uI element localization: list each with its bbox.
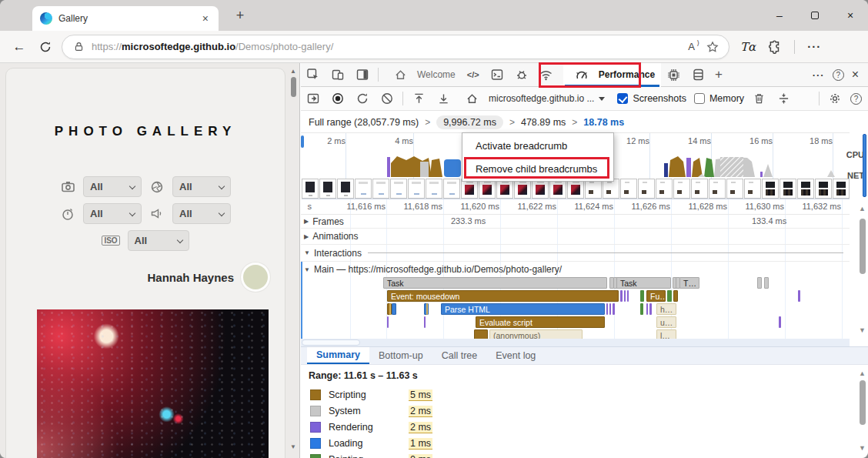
flame-bar[interactable]: Event: mousedown bbox=[387, 290, 619, 302]
flame-bar[interactable]: (anonymous) bbox=[489, 329, 583, 339]
camera-filter-select[interactable]: All bbox=[83, 176, 142, 197]
browser-tab-gallery[interactable]: Gallery × bbox=[32, 6, 219, 31]
tab-close-icon[interactable]: × bbox=[200, 12, 211, 25]
settings-gear-icon[interactable] bbox=[828, 92, 842, 105]
scroll-thumb[interactable] bbox=[291, 77, 296, 97]
screenshot-thumbnail[interactable] bbox=[815, 179, 832, 199]
perf-help-icon[interactable]: ? bbox=[850, 93, 862, 105]
translate-icon[interactable]: Tα bbox=[740, 40, 756, 54]
screenshot-thumbnail[interactable] bbox=[726, 179, 743, 199]
trash-icon[interactable] bbox=[752, 92, 766, 105]
breadcrumb-root[interactable]: Full range (28,057.79 ms) bbox=[309, 117, 419, 128]
flame-bar[interactable] bbox=[646, 303, 648, 315]
scroll-down-icon[interactable]: ▼ bbox=[856, 326, 868, 334]
sources-code-icon[interactable]: </> bbox=[467, 68, 479, 82]
scroll-thumb[interactable] bbox=[860, 380, 866, 425]
tab-welcome[interactable]: Welcome bbox=[382, 63, 462, 87]
screenshot-thumbnail[interactable] bbox=[337, 179, 354, 199]
flame-bar[interactable] bbox=[673, 290, 678, 302]
screenshot-thumbnail[interactable] bbox=[620, 179, 637, 199]
load-profile-icon[interactable] bbox=[412, 92, 426, 105]
selection-handle-right[interactable] bbox=[863, 134, 866, 197]
flame-bar[interactable]: l…_ bbox=[656, 329, 676, 339]
menu-item-activate-breadcrumb[interactable]: Activate breadcrumb bbox=[462, 135, 613, 156]
flame-bar[interactable] bbox=[798, 290, 800, 302]
flame-vertical-scrollbar[interactable]: ▲ ▼ bbox=[856, 199, 868, 339]
scroll-down-icon[interactable]: ▼ bbox=[289, 443, 298, 450]
shutter-filter-select[interactable]: All bbox=[83, 203, 142, 224]
flame-bar[interactable] bbox=[613, 303, 615, 315]
iso-filter-select[interactable]: All bbox=[128, 230, 189, 251]
screenshot-thumbnail[interactable] bbox=[780, 179, 796, 199]
flame-bar[interactable]: u… bbox=[656, 316, 676, 328]
tab-performance[interactable]: Performance bbox=[563, 63, 661, 87]
devtools-help-icon[interactable]: ? bbox=[833, 69, 844, 81]
devtools-more-icon[interactable]: ··· bbox=[808, 69, 830, 81]
screenshot-thumbnail[interactable] bbox=[673, 179, 690, 199]
devtools-close-icon[interactable]: × bbox=[847, 68, 863, 82]
flame-bar[interactable] bbox=[779, 316, 781, 328]
record-icon[interactable] bbox=[331, 92, 345, 105]
extensions-icon[interactable] bbox=[768, 40, 782, 54]
screenshot-thumbnail[interactable] bbox=[709, 179, 726, 199]
screenshot-thumbnail[interactable] bbox=[833, 179, 850, 199]
read-aloud-icon[interactable]: A⟩ bbox=[688, 41, 695, 52]
legend-value[interactable]: 1 ms bbox=[409, 438, 432, 450]
breadcrumb-level1[interactable]: 9,996.72 ms bbox=[436, 115, 503, 129]
flame-bar[interactable] bbox=[609, 303, 611, 315]
address-bar[interactable]: https://microsoftedge.github.io/Demos/ph… bbox=[62, 35, 729, 59]
scroll-up-icon[interactable]: ▲ bbox=[289, 68, 298, 75]
lock-icon[interactable] bbox=[72, 40, 85, 54]
screenshot-thumbnail[interactable] bbox=[408, 179, 425, 199]
scroll-up-icon[interactable]: ▲ bbox=[856, 205, 868, 212]
panel-layout-icon[interactable] bbox=[356, 68, 369, 82]
summary-scrollbar[interactable]: ▲ ▼ bbox=[856, 365, 868, 458]
window-close-button[interactable]: × bbox=[833, 0, 868, 31]
screenshot-thumbnail[interactable] bbox=[744, 179, 761, 199]
new-tab-button[interactable]: + bbox=[231, 8, 249, 24]
flame-bar[interactable] bbox=[649, 303, 652, 315]
network-wifi-icon[interactable] bbox=[539, 68, 553, 82]
screenshot-thumbnail[interactable] bbox=[762, 179, 779, 199]
avatar[interactable] bbox=[243, 265, 268, 289]
tab-summary[interactable]: Summary bbox=[307, 347, 369, 364]
back-button[interactable]: ← bbox=[8, 39, 31, 55]
flame-bar[interactable] bbox=[474, 329, 488, 339]
maximize-button[interactable] bbox=[797, 0, 833, 31]
more-tabs-icon[interactable]: + bbox=[710, 67, 727, 82]
screenshot-thumbnail[interactable] bbox=[797, 179, 814, 199]
screenshot-thumbnail[interactable] bbox=[319, 179, 336, 199]
screenshot-thumbnail[interactable] bbox=[355, 179, 372, 199]
expand-icon[interactable]: ▶ bbox=[304, 233, 309, 240]
cpu-chip-icon[interactable] bbox=[666, 68, 680, 82]
settings-more-icon[interactable]: ··· bbox=[807, 40, 821, 53]
toggle-recording-view-icon[interactable] bbox=[306, 92, 320, 105]
selection-handle-left[interactable] bbox=[301, 135, 304, 148]
expand-icon[interactable]: ▶ bbox=[304, 218, 309, 225]
flame-bar[interactable] bbox=[624, 290, 626, 302]
flame-bar[interactable] bbox=[764, 277, 769, 289]
flash-filter-select[interactable]: All bbox=[172, 203, 231, 224]
gallery-photo[interactable] bbox=[37, 309, 269, 458]
tab-event-log[interactable]: Event log bbox=[486, 347, 545, 364]
screenshot-thumbnail[interactable] bbox=[638, 179, 655, 199]
screenshot-thumbnail[interactable] bbox=[443, 179, 460, 199]
track-animations[interactable]: ▶ Animations bbox=[301, 229, 850, 245]
console-icon[interactable] bbox=[490, 68, 504, 82]
flame-bar[interactable]: Fu…l bbox=[646, 290, 666, 302]
screenshot-thumbnail[interactable] bbox=[426, 179, 442, 199]
flame-bar[interactable]: h… bbox=[656, 303, 676, 315]
flame-bar[interactable]: Task bbox=[383, 277, 607, 289]
favorites-star-icon[interactable] bbox=[706, 40, 719, 54]
device-emulation-icon[interactable] bbox=[331, 68, 345, 82]
screenshot-thumbnail[interactable] bbox=[390, 179, 407, 199]
minimize-button[interactable]: – bbox=[762, 0, 797, 31]
flame-bar[interactable] bbox=[667, 290, 672, 302]
scroll-down-icon[interactable]: ▼ bbox=[856, 444, 868, 452]
flame-bar[interactable] bbox=[389, 303, 391, 315]
flame-bar[interactable] bbox=[620, 290, 623, 302]
screenshot-thumbnail[interactable] bbox=[691, 179, 708, 199]
flame-bar[interactable]: Evaluate script bbox=[476, 316, 605, 328]
collapse-icon[interactable]: ▼ bbox=[304, 249, 310, 256]
track-main[interactable]: ▼ Main — https://microsoftedge.github.io… bbox=[301, 262, 850, 277]
